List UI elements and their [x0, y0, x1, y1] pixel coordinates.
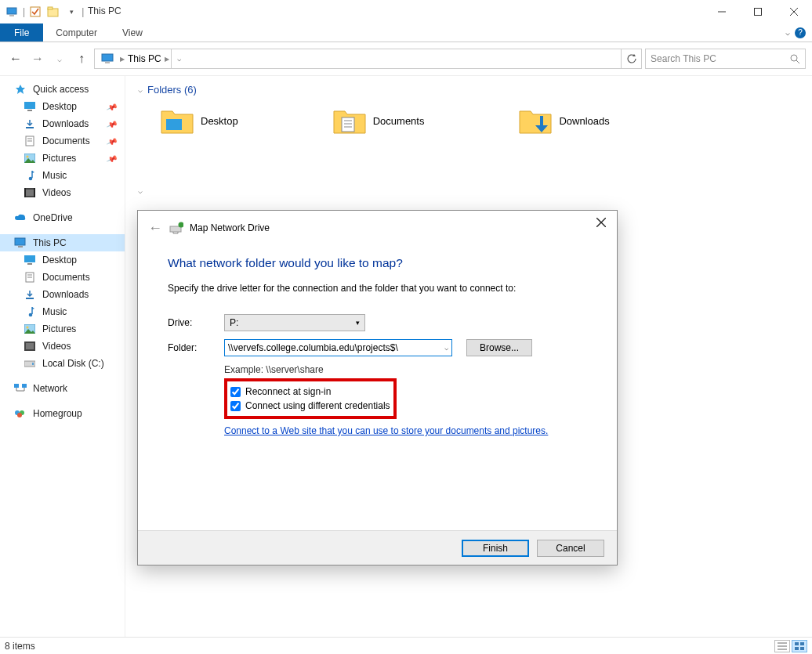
folder-icon — [518, 107, 553, 135]
sidebar-item-pc-music[interactable]: Music — [0, 303, 125, 320]
chevron-right-icon[interactable]: ▶ — [120, 56, 125, 63]
checkbox-reconnect-input[interactable] — [230, 387, 241, 397]
sidebar-item-downloads[interactable]: Downloads 📌 — [0, 115, 125, 132]
sidebar-item-quick-access[interactable]: Quick access — [0, 81, 125, 98]
window-controls — [704, 0, 812, 23]
sidebar-label: Documents — [42, 272, 90, 283]
sidebar-label: Desktop — [42, 101, 77, 112]
sidebar-item-documents[interactable]: Documents 📌 — [0, 132, 125, 150]
folder-label: Documents — [373, 115, 425, 127]
svg-rect-15 — [27, 110, 32, 111]
sidebar-item-pc-local-disk[interactable]: Local Disk (C:) — [0, 355, 125, 372]
checkbox-reconnect[interactable]: Reconnect at sign-in — [230, 385, 390, 399]
browse-button[interactable]: Browse... — [466, 339, 532, 356]
checkbox-credentials[interactable]: Connect using different credentials — [230, 399, 390, 413]
properties-icon[interactable] — [27, 4, 43, 20]
ribbon-expand-icon[interactable]: ⌵ — [785, 28, 790, 37]
tab-computer[interactable]: Computer — [43, 23, 110, 42]
view-details-icon[interactable] — [774, 640, 790, 652]
sidebar-item-pc-documents[interactable]: Documents — [0, 269, 125, 286]
qat-dropdown-icon[interactable]: ▾ — [63, 4, 79, 20]
search-input[interactable]: Search This PC — [645, 49, 806, 69]
sidebar-label: Homegroup — [33, 408, 82, 419]
folder-input[interactable]: \\vervefs.college.columbia.edu\projects$… — [224, 339, 452, 356]
onedrive-icon — [14, 211, 27, 224]
svg-rect-47 — [166, 119, 182, 130]
recent-dropdown-icon[interactable]: ⌵ — [50, 49, 69, 68]
minimize-button[interactable] — [704, 0, 740, 23]
cancel-button[interactable]: Cancel — [537, 540, 604, 557]
folder-item-downloads[interactable]: Downloads — [518, 107, 609, 135]
status-text: 8 items — [5, 641, 35, 652]
close-button[interactable] — [776, 0, 812, 23]
chevron-down-icon: ▾ — [356, 319, 360, 327]
finish-button[interactable]: Finish — [462, 540, 529, 557]
tab-file[interactable]: File — [0, 23, 43, 42]
group-header-drives[interactable]: ⌵ — [136, 183, 801, 201]
sidebar-item-videos[interactable]: Videos — [0, 184, 125, 201]
website-link[interactable]: Connect to a Web site that you can use t… — [224, 425, 587, 436]
search-placeholder: Search This PC — [651, 53, 716, 64]
sidebar-item-pc-downloads[interactable]: Downloads — [0, 286, 125, 303]
view-large-icons-icon[interactable] — [792, 640, 807, 652]
dialog-heading: What network folder would you like to ma… — [168, 256, 587, 270]
svg-rect-4 — [48, 7, 53, 9]
folder-item-documents[interactable]: Documents — [332, 107, 425, 135]
dialog-close-button[interactable] — [590, 214, 612, 231]
sidebar-item-this-pc[interactable]: This PC — [0, 234, 125, 251]
drive-select[interactable]: P: ▾ — [224, 314, 365, 331]
sidebar-item-pc-desktop[interactable]: Desktop — [0, 251, 125, 269]
folder-item-desktop[interactable]: Desktop — [160, 107, 238, 135]
dialog-back-button[interactable]: ← — [144, 217, 166, 239]
tab-view[interactable]: View — [110, 23, 155, 42]
up-button[interactable]: ↑ — [72, 49, 91, 68]
sidebar-item-network[interactable]: Network — [0, 380, 125, 397]
checkbox-credentials-input[interactable] — [230, 401, 241, 411]
pin-icon: 📌 — [106, 118, 118, 129]
refresh-button[interactable] — [621, 49, 641, 69]
sidebar-item-pictures[interactable]: Pictures 📌 — [0, 150, 125, 167]
svg-rect-61 — [795, 647, 799, 650]
maximize-button[interactable] — [740, 0, 776, 23]
help-icon[interactable]: ? — [795, 27, 806, 38]
svg-point-21 — [27, 156, 29, 158]
title-bar: | ▾ | This PC — [0, 0, 812, 23]
breadcrumb-this-pc[interactable]: This PC — [126, 53, 163, 64]
sidebar-label: Downloads — [42, 118, 89, 129]
svg-point-37 — [27, 327, 29, 329]
sidebar-item-homegroup[interactable]: Homegroup — [0, 405, 125, 422]
downloads-icon — [24, 288, 36, 301]
new-folder-icon[interactable] — [45, 4, 61, 20]
chevron-right-icon[interactable]: ▶ — [165, 56, 169, 63]
folder-icon — [160, 107, 194, 135]
chevron-down-icon[interactable]: ⌵ — [444, 344, 448, 352]
sidebar-label: Downloads — [42, 289, 89, 300]
svg-rect-34 — [26, 298, 34, 299]
sidebar-item-pc-pictures[interactable]: Pictures — [0, 320, 125, 338]
checkbox-label: Connect using different credentials — [245, 400, 390, 411]
sidebar-label: Music — [42, 170, 67, 181]
sidebar-item-music[interactable]: Music — [0, 167, 125, 184]
checkbox-label: Reconnect at sign-in — [245, 386, 331, 397]
svg-rect-0 — [7, 8, 16, 14]
network-icon — [14, 382, 27, 395]
address-dropdown-icon[interactable]: ⌵ — [171, 49, 187, 69]
sidebar-item-pc-videos[interactable]: Videos — [0, 338, 125, 355]
svg-rect-28 — [18, 246, 23, 248]
pin-icon: 📌 — [106, 153, 118, 164]
chevron-down-icon: ⌵ — [138, 85, 143, 94]
forward-button[interactable]: → — [28, 49, 47, 68]
sidebar-item-onedrive[interactable]: OneDrive — [0, 209, 125, 226]
sidebar-label: Network — [33, 383, 67, 394]
map-network-drive-dialog: ← Map Network Drive What network folder … — [137, 210, 618, 565]
sidebar-label: Videos — [42, 187, 71, 198]
drive-value: P: — [230, 317, 238, 328]
back-button[interactable]: ← — [6, 49, 25, 68]
svg-point-35 — [29, 313, 33, 317]
videos-icon — [24, 186, 36, 199]
address-bar[interactable]: ▶ This PC ▶ ⌵ — [94, 49, 642, 69]
sidebar-item-desktop[interactable]: Desktop 📌 — [0, 98, 125, 115]
homegroup-icon — [14, 407, 27, 420]
group-header-folders[interactable]: ⌵ Folders (6) — [136, 81, 801, 102]
svg-rect-48 — [342, 117, 354, 132]
